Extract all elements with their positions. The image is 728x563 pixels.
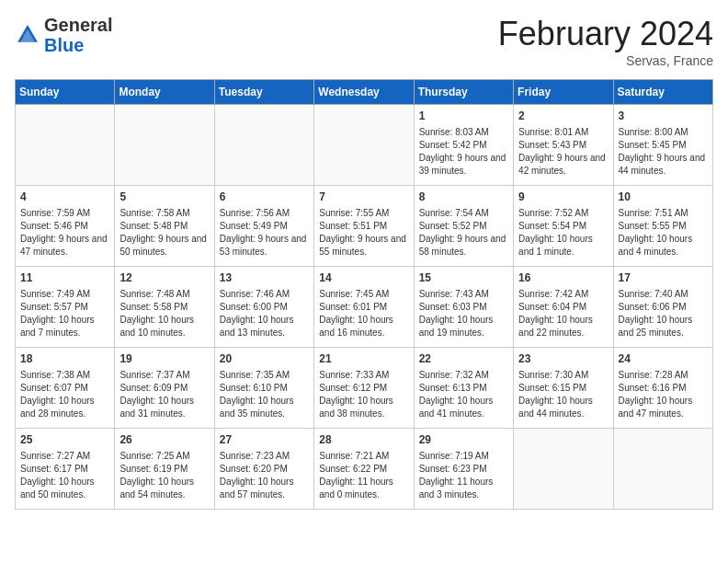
day-number: 13 <box>220 270 309 286</box>
day-cell: 4Sunrise: 7:59 AMSunset: 5:46 PMDaylight… <box>16 186 115 267</box>
daylight-text: Daylight: 10 hours and 16 minutes. <box>319 315 393 338</box>
day-cell <box>613 429 712 510</box>
column-header-friday: Friday <box>514 80 613 105</box>
sunset-text: Sunset: 5:52 PM <box>419 221 487 231</box>
day-number: 28 <box>319 432 408 448</box>
week-row-1: 1Sunrise: 8:03 AMSunset: 5:42 PMDaylight… <box>16 105 713 186</box>
day-cell: 23Sunrise: 7:30 AMSunset: 6:15 PMDayligh… <box>514 348 613 429</box>
sunrise-text: Sunrise: 7:37 AM <box>119 370 189 380</box>
sunrise-text: Sunrise: 7:21 AM <box>319 451 389 461</box>
day-cell: 12Sunrise: 7:48 AMSunset: 5:58 PMDayligh… <box>115 267 214 348</box>
day-cell: 18Sunrise: 7:38 AMSunset: 6:07 PMDayligh… <box>16 348 115 429</box>
sunset-text: Sunset: 5:55 PM <box>619 221 687 231</box>
week-row-5: 25Sunrise: 7:27 AMSunset: 6:17 PMDayligh… <box>16 429 713 510</box>
day-cell: 26Sunrise: 7:25 AMSunset: 6:19 PMDayligh… <box>115 429 214 510</box>
column-header-saturday: Saturday <box>613 80 712 105</box>
day-number: 23 <box>518 351 608 367</box>
day-number: 15 <box>419 270 508 286</box>
day-cell: 16Sunrise: 7:42 AMSunset: 6:04 PMDayligh… <box>514 267 613 348</box>
sunset-text: Sunset: 5:43 PM <box>518 140 586 150</box>
sunset-text: Sunset: 5:46 PM <box>20 221 88 231</box>
daylight-text: Daylight: 10 hours and 44 minutes. <box>518 396 593 419</box>
sunrise-text: Sunrise: 7:54 AM <box>419 208 489 218</box>
day-number: 18 <box>20 351 109 367</box>
sunrise-text: Sunrise: 7:46 AM <box>220 289 290 299</box>
day-cell: 10Sunrise: 7:51 AMSunset: 5:55 PMDayligh… <box>613 186 712 267</box>
daylight-text: Daylight: 10 hours and 25 minutes. <box>619 315 693 338</box>
sunrise-text: Sunrise: 7:19 AM <box>419 451 489 461</box>
day-number: 7 <box>319 190 408 205</box>
sunrise-text: Sunrise: 7:33 AM <box>319 370 389 380</box>
sunrise-text: Sunrise: 7:35 AM <box>220 370 290 380</box>
sunset-text: Sunset: 6:23 PM <box>419 464 487 474</box>
sunrise-text: Sunrise: 8:01 AM <box>518 127 588 137</box>
sunset-text: Sunset: 6:09 PM <box>119 383 188 393</box>
day-cell: 14Sunrise: 7:45 AMSunset: 6:01 PMDayligh… <box>314 267 414 348</box>
daylight-text: Daylight: 9 hours and 53 minutes. <box>220 234 307 257</box>
day-cell: 2Sunrise: 8:01 AMSunset: 5:43 PMDaylight… <box>514 105 613 186</box>
sunrise-text: Sunrise: 7:56 AM <box>220 208 290 218</box>
sunrise-text: Sunrise: 7:25 AM <box>119 451 189 461</box>
sunrise-text: Sunrise: 7:45 AM <box>319 289 389 299</box>
sunset-text: Sunset: 6:19 PM <box>119 464 188 474</box>
daylight-text: Daylight: 10 hours and 4 minutes. <box>619 234 693 257</box>
day-cell: 17Sunrise: 7:40 AMSunset: 6:06 PMDayligh… <box>613 267 712 348</box>
day-number: 3 <box>619 109 708 124</box>
day-cell: 1Sunrise: 8:03 AMSunset: 5:42 PMDaylight… <box>414 105 513 186</box>
day-cell: 25Sunrise: 7:27 AMSunset: 6:17 PMDayligh… <box>16 429 115 510</box>
day-number: 14 <box>319 270 408 286</box>
sunset-text: Sunset: 6:15 PM <box>518 383 586 393</box>
day-number: 1 <box>419 109 508 124</box>
daylight-text: Daylight: 10 hours and 7 minutes. <box>20 315 95 338</box>
sunrise-text: Sunrise: 7:23 AM <box>220 451 290 461</box>
sunrise-text: Sunrise: 7:51 AM <box>619 208 688 218</box>
logo-icon <box>15 22 40 48</box>
sunset-text: Sunset: 5:49 PM <box>220 221 288 231</box>
daylight-text: Daylight: 10 hours and 31 minutes. <box>119 396 194 419</box>
daylight-text: Daylight: 10 hours and 41 minutes. <box>419 396 494 419</box>
logo-text: General Blue <box>44 15 112 55</box>
daylight-text: Daylight: 10 hours and 19 minutes. <box>419 315 494 338</box>
daylight-text: Daylight: 9 hours and 58 minutes. <box>419 234 506 257</box>
sunrise-text: Sunrise: 7:28 AM <box>619 370 688 380</box>
title-area: February 2024 Servas, France <box>498 15 713 68</box>
month-title: February 2024 <box>498 15 713 53</box>
day-number: 11 <box>20 270 109 286</box>
sunset-text: Sunset: 6:16 PM <box>619 383 687 393</box>
day-cell: 3Sunrise: 8:00 AMSunset: 5:45 PMDaylight… <box>613 105 712 186</box>
column-header-tuesday: Tuesday <box>214 80 313 105</box>
sunset-text: Sunset: 6:04 PM <box>518 302 586 312</box>
daylight-text: Daylight: 9 hours and 44 minutes. <box>619 153 706 176</box>
day-cell: 19Sunrise: 7:37 AMSunset: 6:09 PMDayligh… <box>115 348 214 429</box>
sunrise-text: Sunrise: 7:32 AM <box>419 370 489 380</box>
sunset-text: Sunset: 6:17 PM <box>20 464 88 474</box>
day-number: 8 <box>419 190 508 205</box>
week-row-3: 11Sunrise: 7:49 AMSunset: 5:57 PMDayligh… <box>16 267 713 348</box>
day-number: 6 <box>220 190 309 205</box>
sunset-text: Sunset: 5:54 PM <box>518 221 586 231</box>
daylight-text: Daylight: 10 hours and 38 minutes. <box>319 396 393 419</box>
sunrise-text: Sunrise: 7:43 AM <box>419 289 489 299</box>
sunset-text: Sunset: 6:20 PM <box>220 464 288 474</box>
day-cell: 11Sunrise: 7:49 AMSunset: 5:57 PMDayligh… <box>16 267 115 348</box>
sunrise-text: Sunrise: 7:30 AM <box>518 370 588 380</box>
daylight-text: Daylight: 10 hours and 22 minutes. <box>518 315 593 338</box>
daylight-text: Daylight: 11 hours and 0 minutes. <box>319 477 393 500</box>
sunset-text: Sunset: 6:07 PM <box>20 383 88 393</box>
sunrise-text: Sunrise: 7:40 AM <box>619 289 688 299</box>
sunset-text: Sunset: 6:06 PM <box>619 302 687 312</box>
day-cell <box>314 105 414 186</box>
sunset-text: Sunset: 6:22 PM <box>319 464 387 474</box>
day-number: 17 <box>619 270 708 286</box>
day-cell: 28Sunrise: 7:21 AMSunset: 6:22 PMDayligh… <box>314 429 414 510</box>
sunset-text: Sunset: 6:03 PM <box>419 302 487 312</box>
day-number: 21 <box>319 351 408 367</box>
sunrise-text: Sunrise: 7:48 AM <box>119 289 189 299</box>
day-cell <box>514 429 613 510</box>
day-number: 10 <box>619 190 708 205</box>
daylight-text: Daylight: 11 hours and 3 minutes. <box>419 477 494 500</box>
sunset-text: Sunset: 6:13 PM <box>419 383 487 393</box>
day-number: 9 <box>518 190 608 205</box>
day-cell: 29Sunrise: 7:19 AMSunset: 6:23 PMDayligh… <box>414 429 513 510</box>
day-number: 12 <box>119 270 209 286</box>
